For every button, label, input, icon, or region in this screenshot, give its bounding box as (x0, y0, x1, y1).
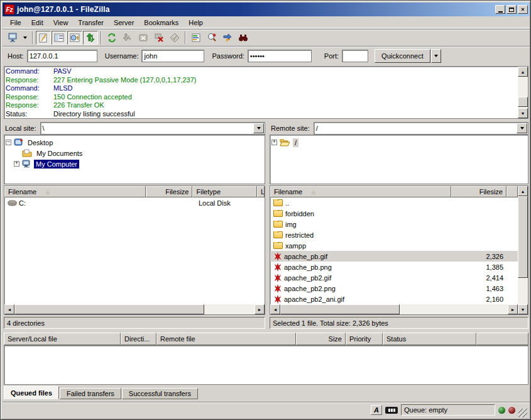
tab-successful-transfers[interactable]: Successful transfers (122, 388, 198, 399)
remote-file-row[interactable]: xampp (270, 240, 518, 251)
column-header-filetype[interactable]: Filetype (192, 186, 257, 197)
combo-dropdown-button[interactable] (517, 123, 527, 133)
tab-failed-transfers[interactable]: Failed transfers (60, 388, 121, 399)
queue-list[interactable] (4, 345, 528, 385)
chevron-down-icon (257, 127, 261, 130)
file-name: forbidden (285, 210, 314, 218)
remote-horizontal-scrollbar[interactable]: ◄ ► (270, 304, 518, 314)
column-header-filesize[interactable]: Filesize (451, 186, 506, 197)
scroll-left-icon[interactable]: ◄ (4, 304, 14, 314)
scroll-up-icon[interactable]: ▲ (518, 67, 528, 77)
tree-item-my-documents[interactable]: My Documents (6, 148, 263, 158)
quickconnect-button[interactable]: Quickconnect (375, 49, 430, 63)
cancel-operation-button[interactable] (136, 31, 151, 45)
scroll-right-icon[interactable]: ► (508, 304, 518, 314)
local-horizontal-scrollbar[interactable]: ◄ ► (4, 304, 265, 314)
close-button[interactable]: × (518, 5, 528, 14)
refresh-button[interactable] (104, 31, 119, 45)
remote-file-row[interactable]: apache_pb2.png1,463 (270, 283, 518, 294)
expand-icon[interactable]: + (14, 161, 19, 167)
scrollbar-thumb[interactable] (14, 304, 204, 314)
title-bar[interactable]: Fz john@127.0.0.1 - FileZilla × (3, 3, 530, 16)
remote-file-row[interactable]: .. (270, 197, 518, 208)
filezilla-logo-icon: Fz (4, 4, 14, 14)
column-header-server-local-file[interactable]: Server/Local file (4, 333, 121, 345)
scrollbar-thumb[interactable] (518, 97, 528, 107)
scroll-right-icon[interactable]: ► (255, 304, 265, 314)
column-header-status[interactable]: Status (383, 333, 476, 345)
file-size: 1,463 (451, 285, 506, 292)
menu-edit[interactable]: Edit (26, 18, 48, 28)
find-files-button[interactable] (236, 31, 251, 45)
password-input[interactable] (248, 50, 312, 62)
tree-item-desktop[interactable]: − Desktop (6, 137, 263, 148)
port-input[interactable] (342, 50, 368, 62)
menu-view[interactable]: View (48, 18, 74, 28)
remote-file-row-selected[interactable]: apache_pb.gif2,326 (270, 251, 518, 262)
minimize-button[interactable] (495, 5, 505, 14)
column-header-filename[interactable]: Filename (4, 186, 146, 197)
toolbar-separator (101, 31, 102, 44)
tree-item-root[interactable]: + / (271, 137, 527, 148)
toggle-remote-tree-button[interactable] (67, 31, 82, 45)
column-header-size[interactable]: Size (296, 333, 346, 345)
tree-item-my-computer[interactable]: + My Computer (6, 158, 263, 169)
menu-bookmarks[interactable]: Bookmarks (139, 18, 183, 28)
column-header-filler (476, 333, 528, 345)
scroll-up-icon[interactable]: ▲ (518, 186, 528, 196)
queue-header: Server/Local file Directi... Remote file… (4, 333, 528, 345)
toggle-transfer-queue-button[interactable] (83, 31, 98, 45)
menu-server[interactable]: Server (109, 18, 139, 28)
menu-transfer[interactable]: Transfer (73, 18, 109, 28)
site-manager-dropdown-button[interactable] (21, 31, 30, 45)
transfer-type-indicator[interactable]: A (371, 405, 382, 415)
local-site-combo[interactable]: \ (40, 122, 265, 135)
toggle-local-tree-button[interactable] (52, 31, 67, 45)
toggle-message-log-button[interactable] (36, 31, 51, 45)
maximize-button[interactable] (506, 5, 517, 14)
disconnect-button[interactable] (151, 31, 167, 45)
process-queue-button[interactable] (120, 31, 135, 45)
scroll-down-icon[interactable]: ▼ (518, 304, 528, 314)
log-line: Response:226 Transfer OK (6, 101, 517, 110)
tab-queued-files[interactable]: Queued files (4, 386, 59, 399)
remote-file-row[interactable]: apache_pb.png1,385 (270, 262, 518, 272)
speed-limits-icon[interactable] (385, 407, 398, 414)
compare-directories-button[interactable] (204, 31, 219, 45)
collapse-icon[interactable]: − (6, 140, 11, 145)
remote-file-row[interactable]: img (270, 219, 518, 229)
site-manager-button[interactable] (5, 31, 20, 45)
desktop-icon (14, 138, 23, 147)
column-header-filesize[interactable]: Filesize (146, 186, 193, 197)
menu-help[interactable]: Help (183, 18, 208, 28)
scrollbar-thumb[interactable] (280, 304, 400, 314)
menu-file[interactable]: File (5, 18, 26, 28)
expand-icon[interactable]: + (271, 140, 277, 145)
remote-file-row[interactable]: apache_pb2_ani.gif2,160 (270, 294, 518, 304)
reconnect-button[interactable] (167, 31, 182, 45)
column-header-direction[interactable]: Directi... (121, 333, 156, 345)
username-input[interactable] (141, 50, 204, 62)
remote-site-combo[interactable]: / (314, 122, 528, 135)
close-icon: × (521, 7, 524, 13)
column-header-last-modified[interactable]: L (257, 186, 265, 197)
column-header-priority[interactable]: Priority (346, 333, 383, 345)
synchronized-browsing-button[interactable] (220, 31, 235, 45)
remote-file-row[interactable]: forbidden (270, 208, 518, 219)
remote-file-row[interactable]: restricted (270, 229, 518, 240)
local-file-row[interactable]: C: Local Disk (4, 197, 265, 208)
combo-dropdown-button[interactable] (253, 123, 264, 133)
quickconnect-dropdown-button[interactable] (431, 49, 441, 63)
resize-grip[interactable] (518, 409, 527, 417)
remote-vertical-scrollbar[interactable]: ▲ ▼ (518, 186, 528, 314)
column-header-remote-file[interactable]: Remote file (156, 333, 296, 345)
scrollbar-thumb[interactable] (518, 196, 528, 278)
scroll-down-icon[interactable]: ▼ (518, 108, 528, 118)
file-size: 2,414 (451, 274, 506, 282)
scroll-left-icon[interactable]: ◄ (270, 304, 280, 314)
host-input[interactable] (27, 50, 97, 62)
log-vertical-scrollbar[interactable]: ▲ ▼ (518, 67, 528, 118)
remote-file-row[interactable]: apache_pb2.gif2,414 (270, 272, 518, 283)
directory-filters-button[interactable] (189, 31, 204, 45)
column-header-filename[interactable]: Filename (270, 186, 451, 197)
